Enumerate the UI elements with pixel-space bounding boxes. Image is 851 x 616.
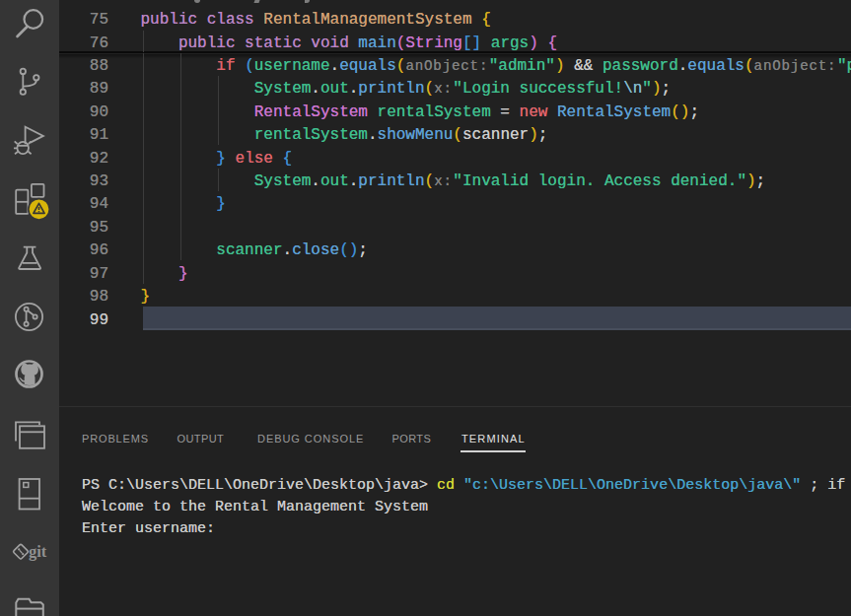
- svg-text:git: git: [29, 542, 47, 561]
